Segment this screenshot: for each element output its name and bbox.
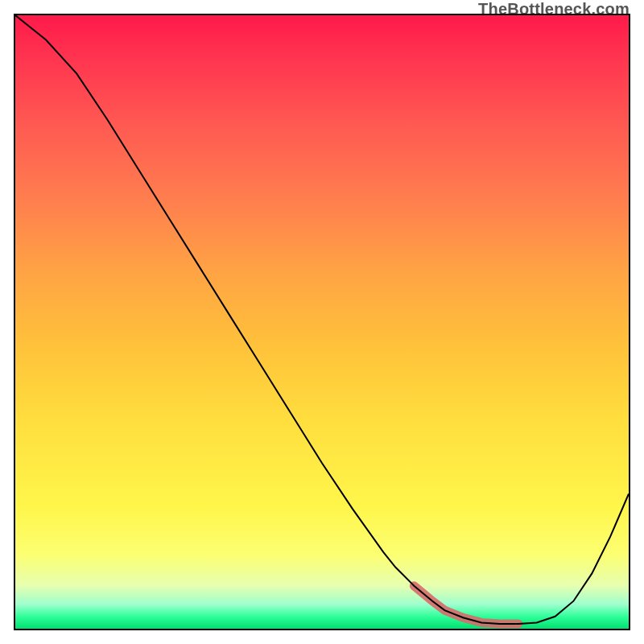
plot-area <box>14 14 630 630</box>
chart-frame: TheBottleneck.com <box>0 0 644 644</box>
curve-svg <box>15 15 629 629</box>
bottleneck-curve <box>15 15 629 624</box>
